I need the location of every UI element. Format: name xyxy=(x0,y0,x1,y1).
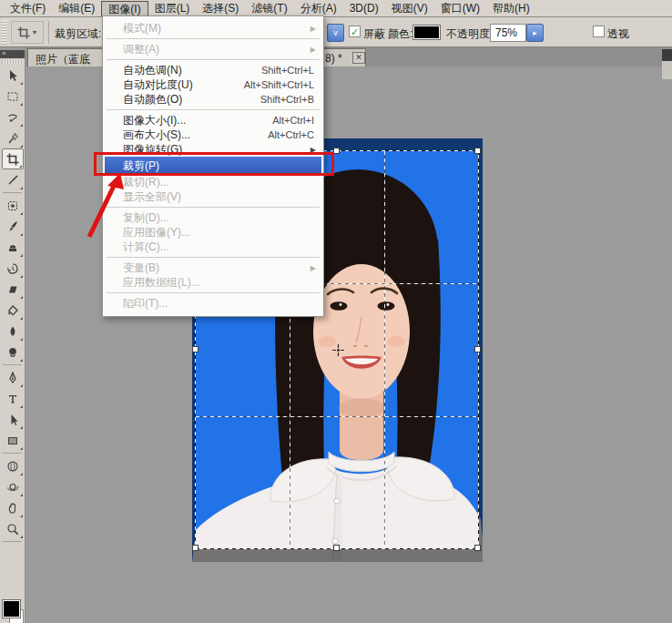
crop-handle-middle-right[interactable] xyxy=(474,346,481,352)
shield-color-swatch[interactable] xyxy=(412,25,441,40)
menu-item-variables: 变量(B)▶ xyxy=(103,260,323,275)
menu-item-auto-tone[interactable]: 自动色调(N)Shift+Ctrl+L xyxy=(103,63,323,77)
blur-tool-icon[interactable] xyxy=(2,321,24,342)
pen-tool-icon[interactable] xyxy=(2,367,24,388)
menubar-item-filter[interactable]: 滤镜(T) xyxy=(245,1,293,16)
panel-dock-edge xyxy=(662,61,672,79)
opacity-input[interactable]: 75% xyxy=(490,24,526,42)
toolbox-grip[interactable] xyxy=(2,59,23,64)
menu-item-auto-color[interactable]: 自动颜色(O)Shift+Ctrl+B xyxy=(103,92,323,107)
crop-handle-bottom-center[interactable] xyxy=(333,545,340,551)
3d-rotate-tool-icon[interactable] xyxy=(2,455,24,476)
submenu-arrow-icon: ▶ xyxy=(311,43,316,57)
crop-icon xyxy=(17,26,30,39)
thirds-grid-line xyxy=(384,151,385,548)
move-tool-icon[interactable] xyxy=(2,65,24,86)
menu-item-canvas-size[interactable]: 画布大小(S)...Alt+Ctrl+C xyxy=(103,128,323,142)
zoom-tool-icon[interactable] xyxy=(2,518,24,539)
tab-close-button[interactable]: ✕ xyxy=(352,52,365,64)
menu-item-shortcut: Shift+Ctrl+L xyxy=(261,63,314,77)
burn-tool-icon[interactable] xyxy=(2,342,24,363)
perspective-checkbox[interactable] xyxy=(593,26,605,37)
toolbox-separator xyxy=(3,192,22,193)
menu-item-label: 陷印(T)... xyxy=(123,297,168,310)
menu-item-label: 应用图像(Y)... xyxy=(123,226,190,239)
menu-item-mode: 模式(M)▶ xyxy=(103,21,323,36)
menu-item-shortcut: Shift+Ctrl+B xyxy=(260,92,314,107)
submenu-arrow-icon: ▶ xyxy=(311,22,316,36)
color-swatches xyxy=(2,600,25,623)
clone-stamp-tool-icon[interactable] xyxy=(2,237,24,258)
menubar-item-3d[interactable]: 3D(D) xyxy=(343,1,385,16)
menu-item-adjustments: 调整(A)▶ xyxy=(103,42,323,56)
menu-item-label: 自动对比度(U) xyxy=(123,78,193,91)
crop-center-point[interactable] xyxy=(332,344,344,356)
shield-checkbox[interactable]: ✓ xyxy=(349,26,361,37)
path-selection-tool-icon[interactable] xyxy=(2,409,24,430)
crop-handle-bottom-right[interactable] xyxy=(474,545,481,551)
eyedropper-tool-icon[interactable] xyxy=(2,169,24,190)
eraser-tool-icon[interactable] xyxy=(2,279,24,300)
toolbox-separator xyxy=(3,453,22,454)
tab-title-left: 照片（蓝底 xyxy=(36,52,90,67)
brush-tool-icon[interactable] xyxy=(2,216,24,237)
hand-tool-icon[interactable] xyxy=(2,497,24,518)
options-separator xyxy=(48,21,49,44)
rectangle-shape-tool-icon[interactable] xyxy=(2,430,24,451)
tab-title-right: 8) * xyxy=(325,52,342,65)
opacity-label: 不透明度: xyxy=(446,26,493,42)
menu-item-apply-data-set: 应用数据组(L)... xyxy=(103,275,323,290)
toolbox-separator xyxy=(3,541,22,542)
menu-item-apply-image: 应用图像(Y)... xyxy=(103,225,323,240)
submenu-arrow-icon: ▶ xyxy=(311,261,316,276)
photoshop-window: 文件(F)编辑(E)图像(I)图层(L)选择(S)滤镜(T)分析(A)3D(D)… xyxy=(0,0,672,623)
menu-separator xyxy=(107,109,320,110)
rectangular-marquee-tool-icon[interactable] xyxy=(2,86,24,107)
panel-dock-collapsed[interactable] xyxy=(662,49,672,61)
menubar-item-layer[interactable]: 图层(L) xyxy=(148,1,197,16)
shield-color-label: 颜色: xyxy=(388,26,412,42)
perspective-label: 透视 xyxy=(607,26,629,42)
magic-wand-tool-icon[interactable] xyxy=(2,128,24,148)
lasso-tool-icon[interactable] xyxy=(2,107,24,128)
opacity-spinner-arrow[interactable]: ▸ xyxy=(526,24,544,42)
menu-item-auto-contrast[interactable]: 自动对比度(U)Alt+Shift+Ctrl+L xyxy=(103,77,323,92)
collapse-icon: » xyxy=(2,49,5,57)
annotation-arrow-icon xyxy=(80,164,133,246)
crop-tool-icon[interactable] xyxy=(2,148,24,169)
menubar-item-analysis[interactable]: 分析(A) xyxy=(294,1,343,16)
menubar-item-help[interactable]: 帮助(H) xyxy=(486,1,536,16)
menu-item-calculations: 计算(C)... xyxy=(103,240,323,254)
toolbox-collapse-button[interactable]: » xyxy=(0,50,25,58)
menu-item-shortcut: Alt+Ctrl+I xyxy=(272,113,314,128)
chevron-down-icon: ▼ xyxy=(32,29,38,36)
thirds-grid-line xyxy=(196,416,478,417)
menu-item-label: 应用数据组(L)... xyxy=(123,276,200,289)
crop-handle-bottom-left[interactable] xyxy=(192,545,199,551)
history-brush-tool-icon[interactable] xyxy=(2,258,24,279)
menu-item-label: 图像大小(I)... xyxy=(123,114,186,127)
menu-item-image-size[interactable]: 图像大小(I)...Alt+Ctrl+I xyxy=(103,113,323,128)
toolbox-panel: » ◯ xyxy=(0,50,25,623)
foreground-color-swatch[interactable] xyxy=(3,600,20,618)
type-tool-icon[interactable] xyxy=(2,388,24,409)
menubar-item-window[interactable]: 窗口(W) xyxy=(434,1,486,16)
options-bar-grip[interactable] xyxy=(2,20,7,45)
paint-bucket-tool-icon[interactable] xyxy=(2,300,24,321)
menu-item-trap: 陷印(T)... xyxy=(103,296,323,311)
menu-item-label: 调整(A) xyxy=(123,43,159,56)
menubar-item-file[interactable]: 文件(F) xyxy=(4,1,52,16)
menu-item-label: 画布大小(S)... xyxy=(123,128,190,141)
menubar-item-view[interactable]: 视图(V) xyxy=(385,1,434,16)
tool-preset-picker[interactable]: ▼ xyxy=(11,21,44,44)
crop-area-dropdown-arrow[interactable]: v xyxy=(327,24,344,42)
crop-handle-top-center[interactable] xyxy=(333,148,340,154)
menubar-item-image[interactable]: 图像(I) xyxy=(101,1,148,16)
crop-handle-top-right[interactable] xyxy=(474,148,481,154)
healing-brush-tool-icon[interactable] xyxy=(2,195,24,216)
3d-orbit-tool-icon[interactable] xyxy=(2,476,24,497)
menubar-item-edit[interactable]: 编辑(E) xyxy=(52,1,101,16)
crop-handle-middle-left[interactable] xyxy=(192,346,199,352)
close-icon: ✕ xyxy=(355,53,362,62)
menubar-item-select[interactable]: 选择(S) xyxy=(196,1,245,16)
